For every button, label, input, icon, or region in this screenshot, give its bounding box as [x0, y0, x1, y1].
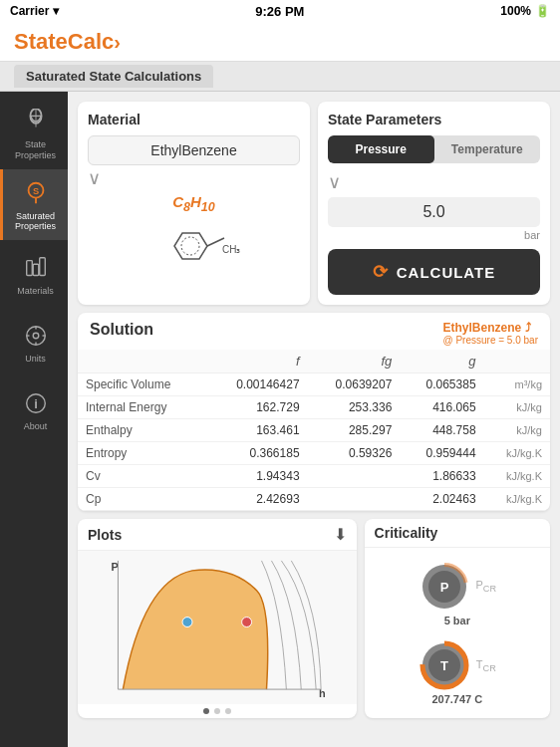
- criticality-header: Criticality: [365, 519, 550, 548]
- sidebar-item-units[interactable]: Units: [0, 312, 68, 372]
- plots-card: Plots ⬇ P h: [78, 519, 357, 718]
- plot-svg: P h: [78, 551, 357, 704]
- pressure-toggle-btn[interactable]: Pressure: [328, 135, 434, 163]
- pressure-temperature-toggle: Pressure Temperature: [328, 135, 540, 163]
- unit-cell: kJ/kg.K: [484, 488, 550, 511]
- app-header: StateCalc›: [0, 22, 560, 62]
- main-content: Material ∨ C8H10 CH₃: [68, 92, 560, 747]
- col-unit: [484, 350, 550, 374]
- material-section-title: Material: [88, 112, 300, 127]
- refresh-icon: ⟳: [373, 261, 389, 283]
- bottom-panels: Plots ⬇ P h: [78, 519, 550, 718]
- saturated-properties-icon: S: [20, 177, 52, 209]
- download-icon[interactable]: ⬇: [334, 525, 347, 544]
- f-cell: 0.00146427: [206, 374, 307, 396]
- material-card: Material ∨ C8H10 CH₃: [78, 102, 310, 305]
- fg-cell: [308, 465, 401, 488]
- solution-condition: @ Pressure = 5.0 bar: [443, 335, 538, 346]
- results-table: f fg g Specific Volume 0.00146427 0.0639…: [78, 350, 550, 511]
- property-cell: Cp: [78, 488, 206, 511]
- svg-rect-6: [26, 261, 32, 276]
- f-cell: 162.729: [206, 396, 307, 419]
- solution-subtitle: EthylBenzene: [443, 321, 522, 335]
- solution-section: Solution EthylBenzene ⤴ @ Pressure = 5.0…: [78, 313, 550, 511]
- sidebar-item-saturated-properties[interactable]: S SaturatedProperties: [0, 169, 68, 241]
- pressure-cr-label: PCR: [476, 579, 497, 594]
- svg-point-25: [242, 618, 252, 627]
- units-icon: [20, 320, 52, 352]
- fg-cell: 0.0639207: [308, 374, 401, 396]
- temperature-toggle-btn[interactable]: Temperature: [434, 135, 541, 163]
- g-cell: 0.065385: [400, 374, 483, 396]
- g-cell: 2.02463: [400, 488, 483, 511]
- solution-info: EthylBenzene ⤴ @ Pressure = 5.0 bar: [443, 321, 538, 346]
- pressure-gauge-container: P PCR 5 bar: [419, 561, 497, 626]
- table-row: Cp 2.42693 2.02463 kJ/kg.K: [78, 488, 550, 511]
- state-dropdown-arrow[interactable]: ∨: [328, 171, 540, 193]
- pressure-gauge-row: P PCR: [419, 561, 497, 613]
- sidebar-item-about[interactable]: i About: [0, 379, 68, 439]
- pressure-gauge: P: [419, 561, 470, 613]
- plot-dot-1[interactable]: [203, 708, 209, 714]
- sidebar-label-units: Units: [25, 354, 46, 364]
- status-right: 100% 🔋: [500, 4, 550, 18]
- table-row: Internal Energy 162.729 253.336 416.065 …: [78, 396, 550, 419]
- svg-point-18: [181, 237, 199, 255]
- molecule-name: C8H10: [88, 193, 300, 214]
- property-cell: Entropy: [78, 442, 206, 465]
- wifi-icon: ▾: [53, 4, 59, 18]
- sub-header: Saturated State Calculations: [0, 62, 560, 92]
- g-cell: 448.758: [400, 419, 483, 442]
- pressure-value-input[interactable]: [328, 197, 540, 227]
- plot-dot-2[interactable]: [214, 708, 220, 714]
- sub-header-title: Saturated State Calculations: [14, 65, 213, 88]
- plots-title: Plots: [88, 527, 122, 543]
- fg-cell: 253.336: [308, 396, 401, 419]
- plots-body[interactable]: P h: [78, 551, 357, 704]
- unit-cell: kJ/kg: [484, 419, 550, 442]
- battery-label: 100%: [500, 4, 531, 18]
- col-g: g: [400, 350, 483, 374]
- table-row: Cv 1.94343 1.86633 kJ/kg.K: [78, 465, 550, 488]
- table-row: Entropy 0.366185 0.59326 0.959444 kJ/kg.…: [78, 442, 550, 465]
- temperature-cr-label: TCR: [476, 658, 496, 673]
- svg-text:P: P: [111, 561, 118, 573]
- svg-rect-7: [33, 264, 39, 275]
- g-cell: 416.065: [400, 396, 483, 419]
- solution-title: Solution: [90, 321, 153, 339]
- pressure-gauge-value: 5 bar: [444, 615, 470, 626]
- temperature-gauge-container: T TCR 207.747 C: [419, 639, 496, 705]
- col-fg: fg: [308, 350, 401, 374]
- property-cell: Cv: [78, 465, 206, 488]
- share-icon[interactable]: ⤴: [525, 321, 531, 335]
- svg-point-24: [182, 618, 192, 627]
- f-cell: 0.366185: [206, 442, 307, 465]
- unit-cell: kJ/kg.K: [484, 465, 550, 488]
- fg-cell: [308, 488, 401, 511]
- unit-cell: kJ/kg.K: [484, 442, 550, 465]
- sidebar-item-state-properties[interactable]: StateProperties: [0, 98, 68, 169]
- battery-icon: 🔋: [535, 4, 550, 18]
- property-cell: Specific Volume: [78, 374, 206, 396]
- criticality-card: Criticality P PCR: [365, 519, 550, 718]
- unit-cell: m³/kg: [484, 374, 550, 396]
- title-accent: Calc: [68, 29, 114, 54]
- app-title: StateCalc›: [14, 29, 121, 55]
- svg-text:S: S: [32, 186, 38, 196]
- property-cell: Enthalpy: [78, 419, 206, 442]
- sidebar-item-materials[interactable]: Materials: [0, 244, 68, 304]
- title-chevron: ›: [114, 31, 121, 53]
- status-bar: Carrier ▾ 9:26 PM 100% 🔋: [0, 0, 560, 22]
- material-dropdown-arrow[interactable]: ∨: [88, 167, 300, 189]
- f-cell: 163.461: [206, 419, 307, 442]
- table-row: Enthalpy 163.461 285.297 448.758 kJ/kg: [78, 419, 550, 442]
- solution-header: Solution EthylBenzene ⤴ @ Pressure = 5.0…: [78, 313, 550, 350]
- temperature-gauge-row: T TCR: [419, 639, 496, 691]
- plot-dot-3[interactable]: [225, 708, 231, 714]
- calculate-button[interactable]: ⟳ CALCULATE: [328, 249, 540, 295]
- material-input[interactable]: [88, 135, 300, 165]
- svg-point-10: [33, 333, 39, 339]
- svg-text:P: P: [439, 580, 448, 595]
- table-row: Specific Volume 0.00146427 0.0639207 0.0…: [78, 374, 550, 396]
- property-cell: Internal Energy: [78, 396, 206, 419]
